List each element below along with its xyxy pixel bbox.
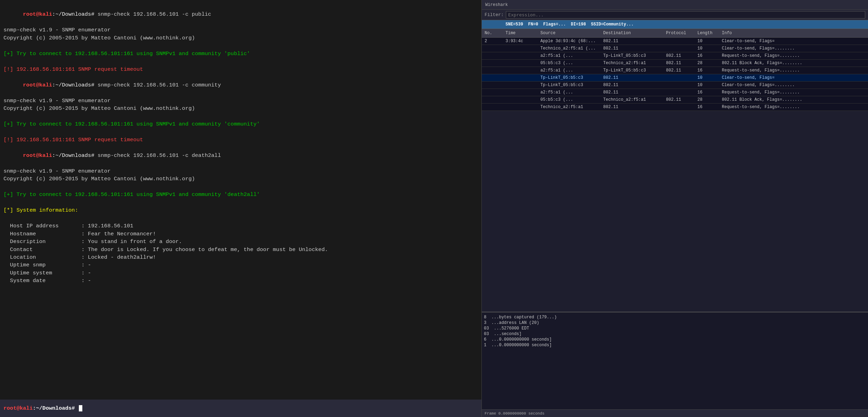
pkt-len: 10 bbox=[695, 75, 719, 81]
pkt-info: Clear-to-send, Flags= bbox=[719, 75, 868, 81]
packet-row[interactable]: a2:f5:a1 (... 802.11 16 Request-to-send,… bbox=[482, 89, 868, 96]
detail-row: 03 ...seconds] bbox=[484, 331, 866, 337]
line-1: root@kali:~/Downloads# snmp-check 192.16… bbox=[3, 3, 478, 26]
pkt-proto bbox=[663, 89, 695, 96]
wireshark-status-bar: Frame 0.0000000000 seconds bbox=[482, 409, 868, 417]
pkt-src: a2:f5:a1 (... bbox=[538, 53, 600, 59]
prompt-path-3: :~/Downloads# bbox=[52, 152, 98, 159]
wireshark-packet-list[interactable]: 2 3:93:4c Apple 3d:93:4c (68:... 802.11 … bbox=[482, 38, 868, 312]
line-11: root@kali:~/Downloads# snmp-check 192.16… bbox=[3, 144, 478, 167]
pkt-time bbox=[503, 53, 538, 59]
col-header-no: No. bbox=[482, 30, 503, 36]
pkt-proto: 802.11 bbox=[663, 60, 695, 66]
pkt-proto bbox=[663, 38, 695, 44]
line-contact: Contact : The door is Locked. If you cho… bbox=[3, 246, 478, 253]
detail-row: 8 ...bytes captured (179...) bbox=[484, 314, 866, 320]
pkt-dst: 802.11 bbox=[600, 45, 663, 52]
terminal-input-bar[interactable]: root@kali:~/Downloads# bbox=[0, 400, 481, 417]
pkt-src: 05:b5:c3 (... bbox=[538, 97, 600, 103]
packet-row[interactable]: 2 3:93:4c Apple 3d:93:4c (68:... 802.11 … bbox=[482, 38, 868, 45]
pkt-no bbox=[482, 75, 503, 81]
pkt-len: 16 bbox=[695, 67, 719, 74]
wireshark-detail-pane: 8 ...bytes captured (179...) 3 ...addres… bbox=[482, 312, 868, 409]
line-12: snmp-check v1.9 - SNMP enumerator bbox=[3, 167, 478, 175]
pkt-no bbox=[482, 53, 503, 59]
line-2: snmp-check v1.9 - SNMP enumerator bbox=[3, 26, 478, 34]
detail-row: 3 ...address LAN (20) bbox=[484, 320, 866, 326]
wireshark-menubar: Wireshark bbox=[482, 0, 868, 10]
terminal-cursor bbox=[79, 405, 82, 411]
line-13: Copyright (c) 2005-2015 by Matteo Canton… bbox=[3, 175, 478, 183]
line-14: [+] Try to connect to 192.168.56.101:161… bbox=[3, 191, 478, 198]
pkt-len: 10 bbox=[695, 82, 719, 88]
line-blank-6 bbox=[3, 199, 478, 206]
pkt-no bbox=[482, 60, 503, 66]
terminal-prompt: root@kali:~/Downloads# bbox=[3, 405, 78, 411]
line-6: root@kali:~/Downloads# snmp-check 192.16… bbox=[3, 73, 478, 97]
pkt-dst: Technico_a2:f5:a1 bbox=[600, 60, 663, 66]
packet-row[interactable]: a2:f5:a1 (... Tp-LinkT_05:b5:c3 802.11 1… bbox=[482, 67, 868, 74]
pkt-src: a2:f5:a1 (... bbox=[538, 67, 600, 74]
pkt-info: Clear-to-send, Flags=........ bbox=[719, 82, 868, 88]
pkt-proto bbox=[663, 82, 695, 88]
packet-row[interactable]: 05:b5:c3 (... Technico_a2:f5:a1 802.11 2… bbox=[482, 60, 868, 67]
filter-label: Filter: bbox=[485, 12, 504, 17]
pkt-info: Clear-to-send, Flags=........ bbox=[719, 45, 868, 52]
pkt-info: Request-to-send, Flags=........ bbox=[719, 53, 868, 59]
packet-row[interactable]: a2:f5:a1 (... Tp-LinkT_05:b5:c3 802.11 1… bbox=[482, 52, 868, 60]
pkt-time: 3:93:4c bbox=[503, 38, 538, 44]
wireshark-filter-bar[interactable]: Filter: bbox=[482, 10, 868, 20]
prompt-4-path: :~/Downloads# bbox=[33, 405, 78, 411]
packet-row[interactable]: 05:b5:c3 (... Technico_a2:f5:a1 802.11 2… bbox=[482, 96, 868, 104]
line-hostname: Hostname : Fear the Necromancer! bbox=[3, 230, 478, 238]
detail-row: 03 ...5276000 EDT bbox=[484, 326, 866, 331]
packet-row[interactable]: Tp-LinkT_05:b5:c3 802.11 10 Clear-to-sen… bbox=[482, 82, 868, 89]
pkt-proto: 802.11 bbox=[663, 97, 695, 103]
pkt-time bbox=[503, 104, 538, 110]
pkt-len: 28 bbox=[695, 97, 719, 103]
prompt-1: root@kali bbox=[23, 11, 52, 17]
pkt-dst: 802.11 bbox=[600, 75, 663, 81]
pkt-len: 16 bbox=[695, 104, 719, 110]
line-blank-5 bbox=[3, 183, 478, 191]
pkt-src: Tp-LinkT_05:b5:c3 bbox=[538, 82, 600, 88]
pkt-info: Request-to-send, Flags=........ bbox=[719, 67, 868, 74]
pkt-info: 802.11 Block Ack, Flags=........ bbox=[719, 60, 868, 66]
line-blank-4 bbox=[3, 128, 478, 136]
line-5: [!] 192.168.56.101:161 SNMP request time… bbox=[3, 66, 478, 73]
pkt-src: Technico_a2:f5:a1 (... bbox=[538, 45, 600, 52]
line-desc: Description : You stand in front of a do… bbox=[3, 238, 478, 245]
filter-input[interactable] bbox=[506, 11, 865, 18]
detail-row: 6 ...0.0000000000 seconds] bbox=[484, 337, 866, 342]
prompt-path-1: :~/Downloads# bbox=[52, 11, 98, 17]
pkt-dst: Tp-LinkT_05:b5:c3 bbox=[600, 67, 663, 74]
pkt-src: Tp-LinkT_05:b5:c3 bbox=[538, 75, 600, 81]
pkt-dst: 802.11 bbox=[600, 89, 663, 96]
pkt-time bbox=[503, 60, 538, 66]
packet-row[interactable]: Technico_a2:f5:a1 802.11 16 Request-to-s… bbox=[482, 104, 868, 111]
line-9: [+] Try to connect to 192.168.56.101:161… bbox=[3, 120, 478, 128]
pkt-no bbox=[482, 45, 503, 52]
packet-row[interactable]: Tp-LinkT_05:b5:c3 802.11 10 Clear-to-sen… bbox=[482, 74, 868, 82]
pkt-len: 10 bbox=[695, 38, 719, 44]
pkt-dst: Tp-LinkT_05:b5:c3 bbox=[600, 53, 663, 59]
pkt-time bbox=[503, 75, 538, 81]
pkt-time bbox=[503, 45, 538, 52]
line-blank-7 bbox=[3, 214, 478, 222]
line-blank-1 bbox=[3, 42, 478, 50]
pkt-proto: 802.11 bbox=[663, 67, 695, 74]
line-uptime-sys: Uptime system : - bbox=[3, 269, 478, 277]
line-15: [*] System information: bbox=[3, 206, 478, 214]
pkt-proto: 802.11 bbox=[663, 53, 695, 59]
pkt-len: 28 bbox=[695, 60, 719, 66]
wireshark-pane: Wireshark Filter: SNE=539 FN=0 Flags=...… bbox=[481, 0, 868, 417]
pkt-time bbox=[503, 82, 538, 88]
prompt-path-2: :~/Downloads# bbox=[52, 82, 98, 88]
pkt-proto bbox=[663, 104, 695, 110]
prompt-4-red: root@kali bbox=[3, 405, 33, 411]
packet-row[interactable]: Technico_a2:f5:a1 (... 802.11 10 Clear-t… bbox=[482, 45, 868, 52]
ws-hl-info: SNE=539 FN=0 Flags=... DI=198 SSID=Commu… bbox=[503, 21, 868, 28]
pkt-len: 16 bbox=[695, 89, 719, 96]
pkt-info: Clear-to-send, Flags= bbox=[719, 38, 868, 44]
line-location: Location : Locked - death2allrw! bbox=[3, 253, 478, 261]
